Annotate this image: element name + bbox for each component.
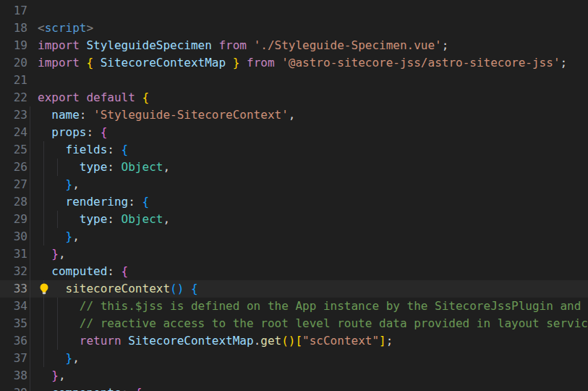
line-number[interactable]: 32 [0, 263, 27, 280]
indent-guide [30, 315, 30, 332]
token-pln: , [72, 177, 80, 191]
code-line[interactable]: 29 type: Object, [0, 211, 588, 228]
token-pln [38, 177, 66, 191]
code-line[interactable]: 36 return SitecoreContextMap.get()["scCo… [0, 332, 588, 350]
indent-guide [30, 263, 30, 280]
line-number[interactable]: 17 [0, 2, 27, 20]
line-number[interactable]: 37 [0, 350, 27, 367]
code-line[interactable]: 28 rendering: { [0, 193, 588, 211]
line-number[interactable]: 29 [0, 211, 27, 228]
token-var: name [51, 108, 80, 122]
token-pln: , [163, 160, 170, 174]
token-tag: script [45, 21, 87, 35]
token-b2: } [51, 247, 59, 261]
code-text: rendering: { [38, 193, 149, 211]
token-b2: } [51, 369, 59, 382]
code-line[interactable]: 20import { SitecoreContextMap } from '@a… [0, 54, 588, 72]
code-line[interactable]: 21 [0, 72, 588, 89]
line-number[interactable]: 18 [0, 20, 27, 37]
lightbulb-icon[interactable] [38, 282, 51, 295]
token-b2: { [122, 264, 129, 278]
token-var: SitecoreContextMap [128, 334, 253, 348]
code-line[interactable]: 22export default { [0, 89, 588, 106]
line-number[interactable]: 24 [0, 124, 27, 141]
token-kw: return [80, 334, 122, 348]
token-pln [38, 125, 51, 139]
code-editor[interactable]: 16</template>1718<script>19import Styleg… [0, 0, 588, 391]
line-number[interactable]: 19 [0, 37, 27, 54]
token-str: "scContext" [302, 334, 379, 348]
code-text: <script> [38, 20, 93, 37]
token-var: type [80, 212, 108, 226]
indent-guide [30, 332, 30, 350]
code-text: }, [38, 176, 80, 193]
token-pln [135, 91, 142, 104]
token-pln [38, 334, 80, 348]
line-number[interactable]: 21 [0, 72, 27, 89]
code-text: // this.$jss is defined on the App insta… [38, 298, 588, 315]
code-line[interactable]: 25 fields: { [0, 141, 588, 159]
token-pln [38, 108, 51, 122]
token-b1: } [233, 56, 240, 70]
line-number[interactable]: 22 [0, 89, 27, 106]
line-number[interactable]: 30 [0, 228, 27, 245]
token-b3: } [66, 351, 73, 365]
code-line[interactable]: 18<script> [0, 20, 588, 37]
line-number[interactable]: 38 [0, 367, 27, 384]
line-number[interactable]: 33 [0, 280, 27, 298]
code-line[interactable]: 30 }, [0, 228, 588, 245]
token-pln: , [59, 247, 66, 261]
token-pln: : [107, 143, 121, 156]
code-line[interactable]: 38 }, [0, 367, 588, 384]
token-var: SitecoreContextMap [101, 56, 226, 70]
line-number[interactable]: 20 [0, 54, 27, 72]
token-pln [38, 369, 51, 382]
line-number[interactable]: 39 [0, 384, 27, 391]
line-number[interactable]: 27 [0, 176, 27, 193]
code-line[interactable]: 33 sitecoreContext() { [0, 280, 588, 298]
token-kw: export [38, 91, 80, 104]
token-var: props [51, 125, 86, 139]
indent-guide [30, 228, 30, 245]
token-pln: ; [442, 38, 449, 52]
token-b1: { [142, 91, 150, 104]
code-line[interactable]: 27 }, [0, 176, 588, 193]
line-number[interactable]: 28 [0, 193, 27, 211]
code-text: import { SitecoreContextMap } from '@ast… [38, 54, 567, 72]
indent-guide [30, 384, 30, 391]
code-line[interactable]: 24 props: { [0, 124, 588, 141]
code-line[interactable]: 23 name: 'Styleguide-SitecoreContext', [0, 106, 588, 124]
code-line[interactable]: 26 type: Object, [0, 159, 588, 176]
token-b1: { [86, 56, 93, 70]
line-number[interactable]: 36 [0, 332, 27, 350]
code-line[interactable]: 39 components: { [0, 384, 588, 391]
code-text: // reactive access to the root level rou… [38, 315, 588, 332]
token-b1: ] [379, 334, 386, 348]
code-line[interactable]: 17 [0, 2, 588, 20]
code-text: </template> [38, 0, 114, 2]
token-kw: import [38, 56, 80, 70]
line-number[interactable]: 25 [0, 141, 27, 159]
token-fn: sitecoreContext [66, 282, 171, 295]
token-pln [184, 282, 191, 295]
indent-guide [30, 245, 30, 263]
code-text: import StyleguideSpecimen from './Styleg… [38, 37, 448, 54]
line-number[interactable]: 34 [0, 298, 27, 315]
line-number[interactable]: 31 [0, 245, 27, 263]
code-line[interactable]: 37 }, [0, 350, 588, 367]
code-text: sitecoreContext() { [38, 280, 198, 298]
line-number[interactable]: 26 [0, 159, 27, 176]
code-line[interactable]: 32 computed: { [0, 263, 588, 280]
code-line[interactable]: 35 // reactive access to the root level … [0, 315, 588, 332]
token-b1: () [281, 334, 295, 348]
line-number[interactable]: 23 [0, 106, 27, 124]
code-line[interactable]: 31 }, [0, 245, 588, 263]
code-text: }, [38, 367, 66, 384]
code-line[interactable]: 34 // this.$jss is defined on the App in… [0, 298, 588, 315]
code-line[interactable]: 19import StyleguideSpecimen from './Styl… [0, 37, 588, 54]
line-number[interactable]: 35 [0, 315, 27, 332]
token-kw: import [38, 38, 80, 52]
token-pln [38, 195, 66, 209]
token-b3: } [66, 177, 73, 191]
code-text: type: Object, [38, 159, 170, 176]
